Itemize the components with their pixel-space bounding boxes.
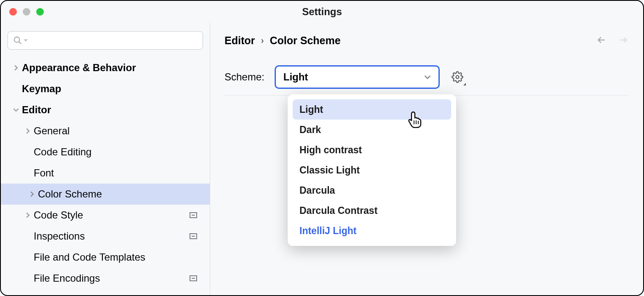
breadcrumb-leaf: Color Scheme xyxy=(270,35,341,47)
sidebar-item-label: Code Style xyxy=(34,209,190,221)
scheme-label: Scheme: xyxy=(224,71,265,83)
scheme-option-classic-light[interactable]: Classic Light xyxy=(293,160,451,180)
search-icon xyxy=(13,36,22,45)
sidebar-item-color-scheme[interactable]: Color Scheme xyxy=(1,184,210,205)
sidebar-item-label: Inspections xyxy=(34,230,190,242)
sidebar-item-file-code-templates[interactable]: File and Code Templates xyxy=(8,247,203,268)
breadcrumb-root[interactable]: Editor xyxy=(224,35,255,47)
sidebar-item-code-style[interactable]: Code Style xyxy=(8,205,203,226)
sidebar-item-label: Appearance & Behavior xyxy=(22,62,203,74)
sidebar-item-file-encodings[interactable]: File Encodings xyxy=(8,268,203,289)
minimize-window-button[interactable] xyxy=(23,8,30,16)
scheme-select[interactable]: Light xyxy=(275,65,440,89)
project-level-badge-icon xyxy=(190,212,197,218)
maximize-window-button[interactable] xyxy=(36,8,44,16)
svg-point-2 xyxy=(456,76,459,79)
scheme-option-light[interactable]: Light xyxy=(293,99,451,120)
titlebar: Settings xyxy=(1,1,643,23)
search-field-container[interactable] xyxy=(8,31,203,50)
gear-icon xyxy=(452,71,463,83)
scheme-dropdown: Light Dark High contrast Classic Light D… xyxy=(288,94,456,246)
search-input[interactable] xyxy=(31,36,203,45)
sidebar-item-inspections[interactable]: Inspections xyxy=(8,226,203,247)
settings-sidebar: Appearance & Behavior Keymap Editor Gene… xyxy=(1,23,210,295)
sidebar-item-label: General xyxy=(34,125,203,137)
scheme-selected-value: Light xyxy=(283,71,308,83)
breadcrumb: Editor › Color Scheme xyxy=(224,35,629,47)
scheme-option-darcula[interactable]: Darcula xyxy=(293,180,451,200)
nav-arrows xyxy=(596,35,629,47)
chevron-right-icon xyxy=(22,128,34,134)
window-controls xyxy=(9,8,44,16)
main-panel: Editor › Color Scheme Scheme: Light xyxy=(210,23,643,295)
chevron-right-icon xyxy=(22,212,34,218)
scheme-option-high-contrast[interactable]: High contrast xyxy=(293,140,451,160)
sidebar-item-label: Font xyxy=(34,167,203,179)
sidebar-item-label: Keymap xyxy=(22,83,203,95)
chevron-down-icon xyxy=(10,107,22,113)
window-title: Settings xyxy=(1,6,643,18)
sidebar-item-code-editing[interactable]: Code Editing xyxy=(8,141,203,163)
sidebar-item-editor[interactable]: Editor xyxy=(8,99,203,120)
sidebar-item-label: Editor xyxy=(22,104,203,116)
sidebar-item-label: File Encodings xyxy=(34,272,190,284)
sidebar-item-font[interactable]: Font xyxy=(8,163,203,184)
sidebar-item-keymap[interactable]: Keymap xyxy=(8,78,203,99)
close-window-button[interactable] xyxy=(9,8,17,16)
chevron-right-icon xyxy=(10,65,22,71)
nav-back-button[interactable] xyxy=(596,35,607,47)
scheme-option-dark[interactable]: Dark xyxy=(293,120,451,140)
svg-line-1 xyxy=(19,42,21,44)
scheme-option-intellij-light[interactable]: IntelliJ Light xyxy=(293,221,451,241)
scheme-actions-button[interactable] xyxy=(450,69,465,85)
project-level-badge-icon xyxy=(190,233,197,239)
sidebar-item-label: Code Editing xyxy=(34,146,203,158)
search-dropdown-chevron-icon[interactable] xyxy=(23,38,28,43)
nav-forward-button[interactable] xyxy=(618,35,629,47)
chevron-right-icon: › xyxy=(261,35,264,46)
sidebar-item-label: Color Scheme xyxy=(38,188,210,200)
svg-point-0 xyxy=(14,37,20,43)
settings-tree: Appearance & Behavior Keymap Editor Gene… xyxy=(8,57,203,289)
sidebar-item-label: File and Code Templates xyxy=(34,251,203,263)
sidebar-item-appearance-behavior[interactable]: Appearance & Behavior xyxy=(8,57,203,78)
project-level-badge-icon xyxy=(190,275,197,281)
chevron-down-icon xyxy=(424,74,431,80)
chevron-right-icon xyxy=(26,191,38,197)
sidebar-item-general[interactable]: General xyxy=(8,120,203,141)
scheme-option-darcula-contrast[interactable]: Darcula Contrast xyxy=(293,200,451,221)
